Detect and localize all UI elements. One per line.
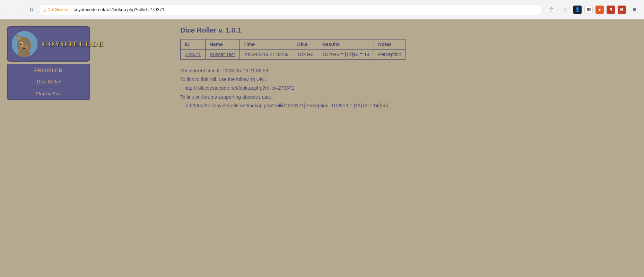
nav-links: PROFILER Dice Roller Play by Post (7, 64, 90, 100)
cell-time: 2023-05-19 21:02:59 (239, 50, 293, 60)
extension-icon-2[interactable]: ✉ (584, 6, 593, 14)
table-row: 279371 Russet Test 2023-05-19 21:02:59 1… (181, 50, 406, 60)
site-title: COYOTECODE (42, 39, 104, 48)
nav-profiler[interactable]: PROFILER (8, 64, 89, 76)
roll-link[interactable]: http://roll.coyotecode.net/lookup.php?ro… (184, 85, 294, 91)
col-header-id: ID (181, 39, 206, 50)
sidebar: COYOTECODE PROFILER Dice Roller Play by … (7, 26, 90, 100)
coyote-avatar (11, 30, 38, 58)
page-content: COYOTECODE PROFILER Dice Roller Play by … (0, 19, 644, 277)
layout-container: COYOTECODE PROFILER Dice Roller Play by … (7, 26, 637, 110)
info-section: The current time is: 2023-05-19 21:02:59… (180, 66, 406, 110)
not-secure-label: Not Secure (47, 7, 68, 12)
page-title: Dice Roller v. 1.0.1 (180, 26, 406, 34)
main-content: Dice Roller v. 1.0.1 ID Name Time Dice R… (173, 26, 406, 110)
reload-button[interactable]: ↻ (26, 5, 36, 15)
col-header-dice: Dice (293, 39, 318, 50)
svg-point-9 (23, 47, 26, 50)
link-url-line: http://roll.coyotecode.net/lookup.php?ro… (180, 84, 406, 92)
col-header-results: Results (318, 39, 374, 50)
logo-box: COYOTECODE (7, 26, 90, 62)
cell-id: 279371 (181, 50, 206, 60)
extension-icon-4[interactable]: R (607, 6, 615, 14)
roll-name-link[interactable]: Russet Test (210, 52, 235, 57)
address-url: coyotecode.net/roll/lookup.php?rollid=27… (73, 7, 164, 12)
cell-results: 1D20+3 = [11]+3 = 14 (318, 50, 374, 60)
current-time-value: 2023-05-19 21:02:59 (223, 68, 268, 73)
nav-play-by-post[interactable]: Play by Post (8, 88, 89, 99)
nav-dice-roller[interactable]: Dice Roller (8, 76, 89, 88)
roll-id-link[interactable]: 279371 (185, 52, 201, 57)
table-header-row: ID Name Time Dice Results Notes (181, 39, 406, 50)
browser-chrome: ← → ↻ △ Not Secure | coyotecode.net/roll… (0, 0, 644, 19)
address-separator: | (70, 7, 71, 12)
warning-icon: △ (43, 7, 46, 12)
svg-point-6 (20, 44, 21, 44)
bbcode-text: [url=http://roll.coyotecode.net/lookup.p… (180, 101, 406, 110)
current-time-label: The current time is: (180, 68, 222, 73)
security-warning: △ Not Secure (43, 7, 68, 12)
cell-name: Russet Test (205, 50, 239, 60)
cell-notes: Perception (374, 50, 406, 60)
share-button[interactable]: ⇧ (546, 4, 557, 15)
forward-button[interactable]: → (15, 5, 25, 15)
back-button[interactable]: ← (4, 5, 14, 15)
extension-icon-3[interactable]: ● (595, 6, 604, 14)
bbcode-label: To link on forums supporting bbcodes use… (180, 93, 406, 101)
roll-table: ID Name Time Dice Results Notes 279371 R… (180, 39, 406, 60)
menu-button[interactable]: ≡ (629, 4, 640, 15)
link-label: To link to this roll, use the following … (180, 75, 406, 84)
browser-actions: ⇧ ☆ 👤 ✉ ● R B ≡ (546, 4, 640, 15)
bookmark-button[interactable]: ☆ (559, 4, 571, 15)
col-header-name: Name (205, 39, 239, 50)
col-header-notes: Notes (374, 39, 406, 50)
col-header-time: Time (239, 39, 293, 50)
cell-dice: 1d20+3 (293, 50, 318, 60)
current-time-line: The current time is: 2023-05-19 21:02:59 (180, 66, 406, 75)
extension-icon-5[interactable]: B (618, 6, 626, 14)
nav-buttons: ← → ↻ (4, 5, 36, 15)
svg-point-5 (20, 43, 22, 45)
extension-icon-1[interactable]: 👤 (573, 6, 582, 14)
address-bar[interactable]: △ Not Secure | coyotecode.net/roll/looku… (39, 4, 543, 15)
coyote-image (12, 31, 37, 57)
